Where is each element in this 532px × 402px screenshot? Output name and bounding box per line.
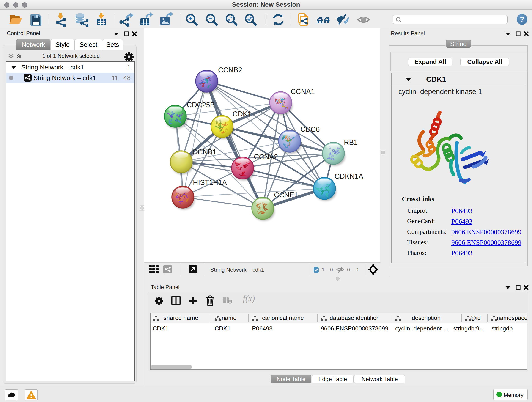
svg-text:CDK1: CDK1 (233, 110, 252, 118)
svg-text:CCNB2: CCNB2 (218, 66, 242, 74)
svg-text:CCNA1: CCNA1 (291, 88, 315, 96)
svg-text:CDC25B: CDC25B (187, 101, 215, 109)
svg-text:RB1: RB1 (344, 138, 358, 147)
svg-text:CCNB1: CCNB1 (192, 148, 216, 156)
svg-text:CDKN1A: CDKN1A (335, 172, 363, 180)
svg-text:CCNA2: CCNA2 (254, 153, 278, 161)
svg-text:CDC6: CDC6 (300, 125, 320, 133)
svg-text:CCNE1: CCNE1 (274, 191, 298, 199)
svg-text:HIST1H1A: HIST1H1A (193, 179, 227, 186)
